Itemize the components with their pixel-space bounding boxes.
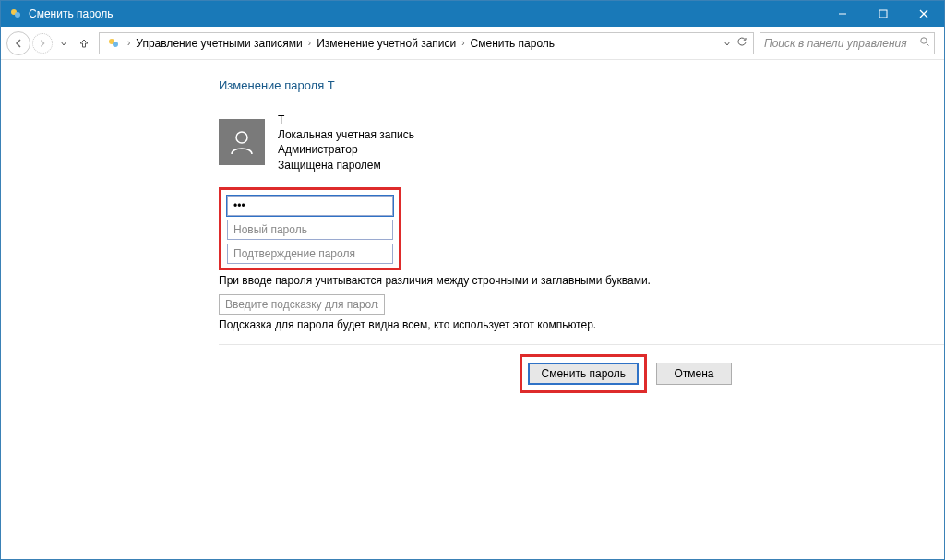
user-name: Т xyxy=(278,113,414,127)
svg-point-7 xyxy=(113,42,118,47)
confirm-password-input[interactable] xyxy=(227,244,393,264)
user-role: Администратор xyxy=(278,142,414,157)
svg-line-9 xyxy=(927,43,929,46)
change-password-button[interactable]: Сменить пароль xyxy=(528,363,639,385)
search-icon xyxy=(919,36,930,50)
user-info: Т Локальная учетная запись Администратор… xyxy=(219,113,944,173)
window: Сменить пароль › Управлен xyxy=(0,0,945,560)
user-account-type: Локальная учетная запись xyxy=(278,127,414,142)
password-hint-input[interactable] xyxy=(219,294,385,315)
breadcrumb-change-account[interactable]: Изменение учетной записи xyxy=(313,35,460,52)
refresh-icon[interactable] xyxy=(736,36,748,50)
svg-rect-3 xyxy=(879,10,887,18)
user-accounts-icon xyxy=(8,6,23,21)
footer-buttons: Сменить пароль Отмена xyxy=(219,345,944,393)
page-title: Изменение пароля Т xyxy=(219,78,944,92)
content-area: Изменение пароля Т Т Локальная учетная з… xyxy=(1,60,944,559)
forward-button[interactable] xyxy=(32,33,53,54)
titlebar: Сменить пароль xyxy=(1,1,944,27)
new-password-input[interactable] xyxy=(227,220,393,240)
svg-point-8 xyxy=(921,38,927,43)
search-input[interactable]: Поиск в панели управления xyxy=(760,32,935,54)
user-password-status: Защищена паролем xyxy=(278,158,414,173)
current-password-input[interactable] xyxy=(227,196,393,216)
user-accounts-icon xyxy=(105,35,122,52)
cancel-button[interactable]: Отмена xyxy=(656,363,732,385)
search-placeholder: Поиск в панели управления xyxy=(764,37,919,50)
case-sensitivity-note: При вводе пароля учитываются различия ме… xyxy=(219,274,944,287)
history-dropdown[interactable] xyxy=(54,32,73,54)
highlight-submit: Сменить пароль xyxy=(520,354,647,393)
breadcrumb-user-accounts[interactable]: Управление учетными записями xyxy=(132,35,305,52)
maximize-button[interactable] xyxy=(863,1,903,27)
svg-point-10 xyxy=(236,132,247,143)
up-button[interactable] xyxy=(75,32,93,54)
chevron-down-icon[interactable] xyxy=(724,37,731,50)
highlight-passwords xyxy=(219,187,401,270)
chevron-right-icon: › xyxy=(126,38,132,48)
close-button[interactable] xyxy=(903,1,944,27)
chevron-right-icon: › xyxy=(460,38,466,48)
back-button[interactable] xyxy=(6,31,30,55)
hint-visibility-note: Подсказка для пароля будет видна всем, к… xyxy=(219,318,944,331)
navigation-bar: › Управление учетными записями › Изменен… xyxy=(1,27,944,60)
window-title: Сменить пароль xyxy=(29,7,114,20)
svg-point-1 xyxy=(15,12,20,18)
avatar xyxy=(219,119,265,165)
address-bar[interactable]: › Управление учетными записями › Изменен… xyxy=(99,32,754,54)
breadcrumb-change-password[interactable]: Сменить пароль xyxy=(467,35,559,52)
chevron-right-icon: › xyxy=(306,38,313,48)
minimize-button[interactable] xyxy=(822,1,863,27)
